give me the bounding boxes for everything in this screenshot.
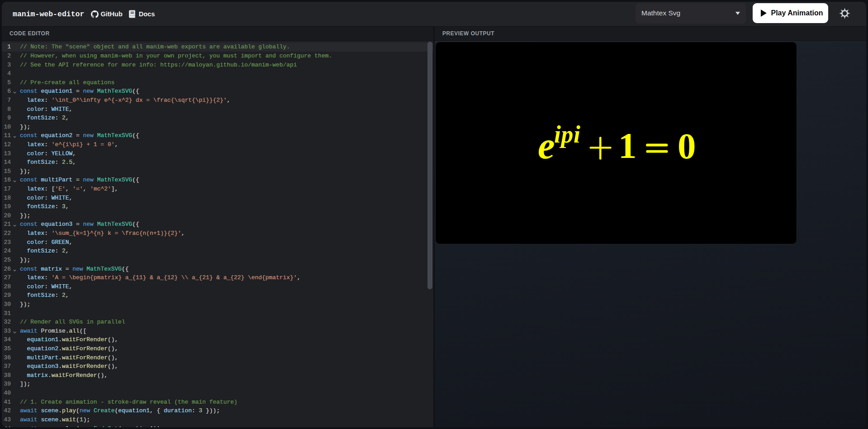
svg-text:ipi: ipi xyxy=(554,121,581,148)
svg-text:e: e xyxy=(538,124,555,167)
svg-text:0: 0 xyxy=(678,126,696,167)
svg-text:1: 1 xyxy=(618,125,637,166)
